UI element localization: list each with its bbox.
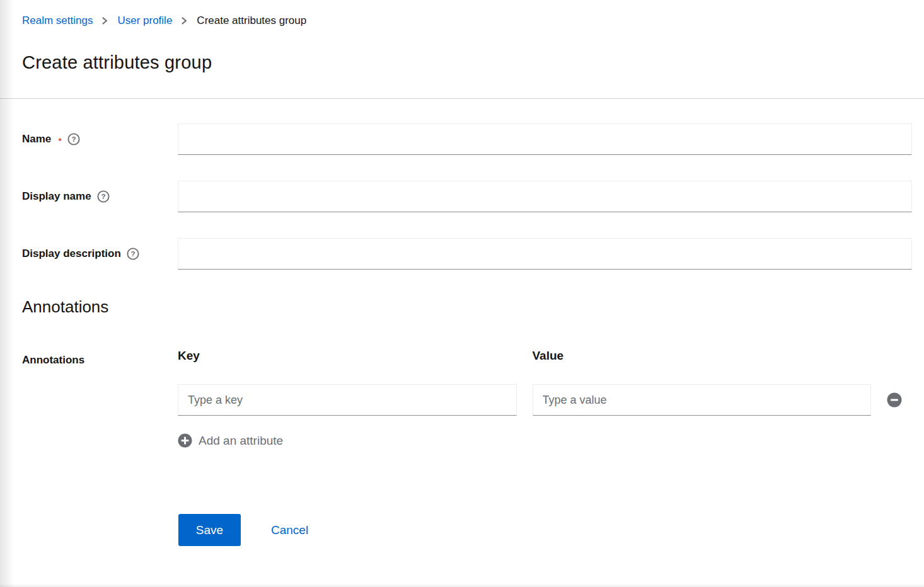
display-name-label: Display name <box>22 190 91 203</box>
breadcrumb-link-realm-settings[interactable]: Realm settings <box>22 13 93 28</box>
display-name-input[interactable] <box>178 181 912 212</box>
name-label: Name <box>22 133 51 145</box>
page-header: Realm settings User profile Create attri… <box>0 0 924 99</box>
svg-text:?: ? <box>72 135 76 143</box>
annotation-value-input[interactable] <box>533 384 872 416</box>
angle-right-icon <box>181 16 188 25</box>
svg-text:?: ? <box>101 193 105 200</box>
annotations-label: Annotations <box>22 348 178 367</box>
display-description-label: Display description <box>22 248 121 260</box>
name-label-cell: Name * ? <box>22 133 178 145</box>
cancel-link[interactable]: Cancel <box>271 523 308 537</box>
value-column-header: Value <box>533 348 872 363</box>
annotations-group: Annotations Key Value Add an attribute <box>22 348 912 450</box>
create-attributes-group-form: Name * ? Display name ? Display descript… <box>0 99 924 546</box>
form-row-display-name: Display name ? <box>22 181 912 212</box>
name-input[interactable] <box>178 123 912 155</box>
save-button[interactable]: Save <box>178 514 241 546</box>
display-description-label-cell: Display description ? <box>22 248 178 260</box>
question-circle-icon[interactable]: ? <box>97 190 110 203</box>
form-row-name: Name * ? <box>22 123 912 155</box>
question-circle-icon[interactable]: ? <box>127 248 139 260</box>
breadcrumb: Realm settings User profile Create attri… <box>22 13 909 28</box>
add-attribute-label: Add an attribute <box>199 434 283 448</box>
svg-text:?: ? <box>130 250 135 258</box>
angle-right-icon <box>101 16 108 25</box>
breadcrumb-current: Create attributes group <box>197 13 306 28</box>
annotations-editor: Key Value Add an attribute <box>178 348 912 450</box>
minus-circle-icon[interactable] <box>887 392 902 407</box>
remove-attribute-cell <box>887 384 912 416</box>
annotation-key-input[interactable] <box>178 384 517 416</box>
key-value-grid: Key Value <box>178 348 912 416</box>
plus-circle-icon <box>178 433 192 448</box>
key-column-header: Key <box>178 348 517 363</box>
annotations-section-title: Annotations <box>22 296 912 317</box>
form-row-display-description: Display description ? <box>22 238 912 270</box>
bottom-edge-shadow <box>0 584 924 587</box>
breadcrumb-link-user-profile[interactable]: User profile <box>117 13 172 28</box>
display-description-input[interactable] <box>178 238 912 270</box>
form-action-bar: Save Cancel <box>178 514 912 546</box>
question-circle-icon[interactable]: ? <box>67 133 80 145</box>
required-indicator: * <box>58 135 62 146</box>
page-title: Create attributes group <box>22 51 909 74</box>
display-name-label-cell: Display name ? <box>22 190 178 203</box>
add-attribute-button[interactable]: Add an attribute <box>178 433 283 448</box>
